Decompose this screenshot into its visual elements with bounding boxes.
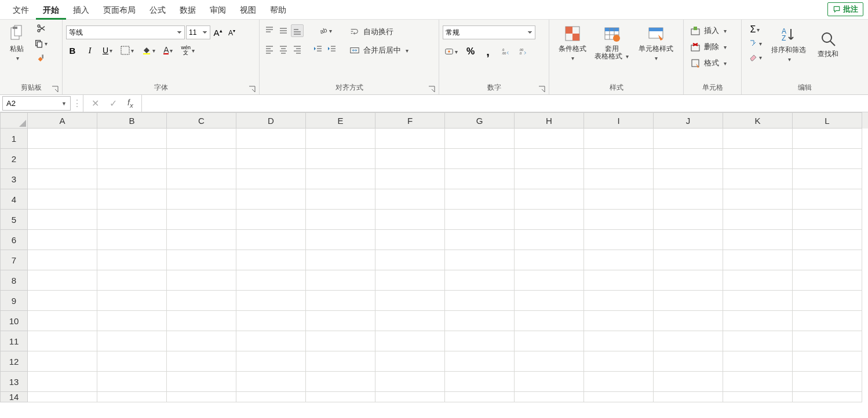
cell[interactable]	[445, 230, 515, 250]
cell[interactable]	[306, 291, 375, 311]
cell[interactable]	[236, 351, 306, 372]
format-as-table-button[interactable]: 套用表格格式 ▾	[591, 22, 633, 64]
cell[interactable]	[167, 189, 236, 210]
cell[interactable]	[723, 351, 793, 372]
cell[interactable]	[723, 311, 793, 331]
row-header-5[interactable]: 5	[0, 210, 28, 230]
row-header-6[interactable]: 6	[0, 230, 28, 250]
cell[interactable]	[97, 169, 167, 189]
cell[interactable]	[375, 189, 445, 210]
cell[interactable]	[584, 129, 654, 149]
cell[interactable]	[236, 169, 306, 189]
cell[interactable]	[97, 270, 167, 291]
font-dialog-launcher[interactable]	[249, 85, 257, 93]
cell[interactable]	[654, 392, 723, 402]
cell[interactable]	[167, 270, 236, 291]
decrease-font-button[interactable]: A▾	[225, 26, 238, 39]
percent-button[interactable]: %	[464, 45, 477, 58]
cell[interactable]	[793, 351, 862, 372]
paste-button[interactable]: 粘贴 ▾	[3, 22, 30, 64]
cell[interactable]	[306, 372, 375, 392]
cell[interactable]	[584, 250, 654, 270]
number-format-select[interactable]: 常规	[443, 25, 535, 39]
cell[interactable]	[793, 270, 862, 291]
cell[interactable]	[28, 129, 97, 149]
insert-function-button[interactable]: fx	[127, 98, 133, 109]
cell[interactable]	[445, 129, 515, 149]
cell[interactable]	[515, 250, 584, 270]
cell[interactable]	[584, 230, 654, 250]
cell[interactable]	[654, 270, 723, 291]
col-header-C[interactable]: C	[167, 112, 236, 129]
cell[interactable]	[236, 311, 306, 331]
fill-button[interactable]: ▾	[745, 37, 765, 50]
cell[interactable]	[375, 270, 445, 291]
cancel-formula-button[interactable]: ✕	[92, 98, 99, 109]
cell[interactable]	[793, 250, 862, 270]
col-header-E[interactable]: E	[306, 112, 375, 129]
font-color-button[interactable]: A▾	[162, 44, 174, 57]
row-header-4[interactable]: 4	[0, 189, 28, 210]
row-header-13[interactable]: 13	[0, 372, 28, 392]
cell[interactable]	[654, 129, 723, 149]
cell[interactable]	[28, 230, 97, 250]
cell[interactable]	[445, 372, 515, 392]
cell[interactable]	[167, 169, 236, 189]
cell[interactable]	[375, 331, 445, 351]
cut-button[interactable]	[32, 22, 49, 35]
cell[interactable]	[167, 129, 236, 149]
cell[interactable]	[97, 210, 167, 230]
cell[interactable]	[584, 169, 654, 189]
cell[interactable]	[793, 291, 862, 311]
cell[interactable]	[167, 331, 236, 351]
align-left-button[interactable]	[263, 43, 276, 56]
cell[interactable]	[375, 230, 445, 250]
cell[interactable]	[97, 250, 167, 270]
col-header-K[interactable]: K	[723, 112, 793, 129]
cell[interactable]	[306, 392, 375, 402]
clear-button[interactable]: ▾	[745, 51, 765, 64]
cell[interactable]	[723, 230, 793, 250]
cell[interactable]	[723, 291, 793, 311]
col-header-G[interactable]: G	[445, 112, 515, 129]
cell[interactable]	[654, 169, 723, 189]
format-painter-button[interactable]	[32, 52, 49, 65]
cell[interactable]	[793, 331, 862, 351]
cell[interactable]	[515, 392, 584, 402]
cell[interactable]	[236, 392, 306, 402]
cell[interactable]	[793, 189, 862, 210]
font-size-select[interactable]: 11	[186, 25, 210, 39]
cell[interactable]	[28, 270, 97, 291]
cell[interactable]	[167, 149, 236, 169]
cell[interactable]	[28, 331, 97, 351]
cell[interactable]	[306, 331, 375, 351]
cell[interactable]	[28, 250, 97, 270]
cell[interactable]	[654, 372, 723, 392]
tab-review[interactable]: 审阅	[203, 0, 233, 20]
col-header-A[interactable]: A	[28, 112, 97, 129]
col-header-H[interactable]: H	[515, 112, 584, 129]
cell[interactable]	[375, 210, 445, 230]
cell[interactable]	[723, 331, 793, 351]
cell[interactable]	[793, 372, 862, 392]
cell[interactable]	[375, 392, 445, 402]
autosum-button[interactable]: Σ▾	[745, 23, 765, 36]
cell[interactable]	[306, 129, 375, 149]
cell[interactable]	[236, 210, 306, 230]
cell[interactable]	[28, 169, 97, 189]
cell[interactable]	[306, 149, 375, 169]
cell[interactable]	[97, 392, 167, 402]
cell[interactable]	[167, 250, 236, 270]
find-select-button[interactable]: 查找和	[812, 23, 844, 65]
borders-button[interactable]: ▾	[119, 44, 136, 57]
cell[interactable]	[28, 392, 97, 402]
tab-help[interactable]: 帮助	[263, 0, 293, 20]
cell[interactable]	[97, 291, 167, 311]
cell[interactable]	[654, 311, 723, 331]
phonetic-button[interactable]: wén文▾	[179, 44, 196, 57]
cell[interactable]	[445, 189, 515, 210]
cell[interactable]	[375, 250, 445, 270]
cell[interactable]	[375, 129, 445, 149]
cell[interactable]	[793, 392, 862, 402]
row-header-1[interactable]: 1	[0, 129, 28, 149]
